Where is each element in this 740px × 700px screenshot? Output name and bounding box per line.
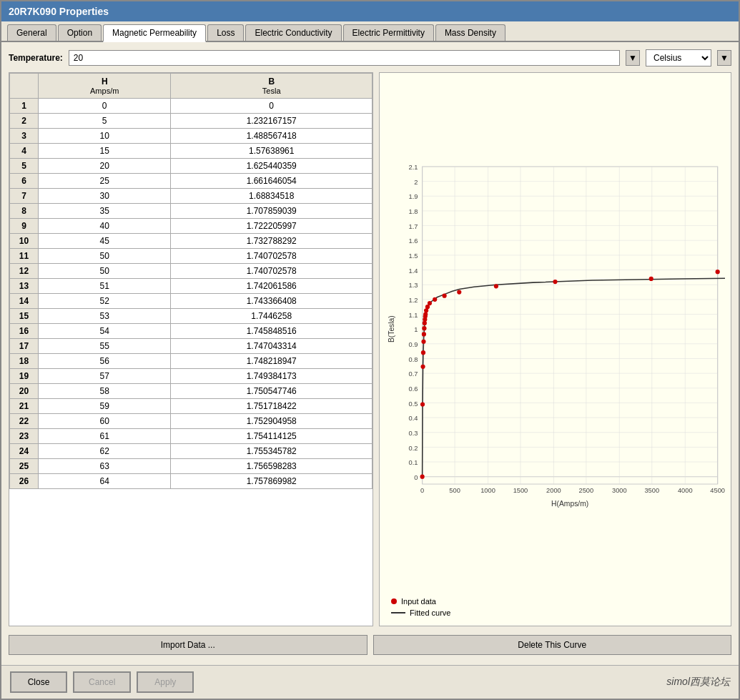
- b-value[interactable]: 1.722205997: [171, 219, 373, 234]
- b-value[interactable]: 1.750547746: [171, 384, 373, 399]
- table-row[interactable]: 18 56 1.748218947: [10, 354, 373, 369]
- h-value[interactable]: 45: [39, 234, 171, 249]
- h-value[interactable]: 60: [39, 414, 171, 429]
- tab-general[interactable]: General: [7, 24, 56, 41]
- h-value[interactable]: 55: [39, 339, 171, 354]
- h-value[interactable]: 40: [39, 219, 171, 234]
- table-row[interactable]: 20 58 1.750547746: [10, 384, 373, 399]
- b-value[interactable]: 1.745848516: [171, 324, 373, 339]
- table-row[interactable]: 24 62 1.755345782: [10, 444, 373, 459]
- b-value[interactable]: 0: [171, 99, 373, 114]
- tab-electric-conductivity[interactable]: Electric Conductivity: [245, 24, 341, 41]
- h-value[interactable]: 50: [39, 249, 171, 264]
- table-row[interactable]: 10 45 1.732788292: [10, 234, 373, 249]
- tab-mass-density[interactable]: Mass Density: [435, 24, 505, 41]
- b-value[interactable]: 1.57638961: [171, 144, 373, 159]
- svg-point-72: [422, 332, 426, 336]
- table-row[interactable]: 12 50 1.740702578: [10, 264, 373, 279]
- b-value[interactable]: 1.749384173: [171, 369, 373, 384]
- tab-electric-permittivity[interactable]: Electric Permittivity: [343, 24, 434, 41]
- b-value[interactable]: 1.743366408: [171, 294, 373, 309]
- table-row[interactable]: 13 51 1.742061586: [10, 279, 373, 294]
- b-value[interactable]: 1.748218947: [171, 354, 373, 369]
- svg-text:1.2: 1.2: [409, 297, 418, 304]
- h-value[interactable]: 25: [39, 174, 171, 189]
- h-value[interactable]: 62: [39, 444, 171, 459]
- temperature-input[interactable]: [69, 50, 620, 66]
- svg-point-79: [425, 305, 430, 309]
- h-value[interactable]: 54: [39, 324, 171, 339]
- h-value[interactable]: 15: [39, 144, 171, 159]
- b-value[interactable]: 1.756598283: [171, 459, 373, 474]
- table-row[interactable]: 3 10 1.488567418: [10, 129, 373, 144]
- table-row[interactable]: 15 53 1.7446258: [10, 309, 373, 324]
- b-value[interactable]: 1.732788292: [171, 234, 373, 249]
- h-value[interactable]: 59: [39, 399, 171, 414]
- b-value[interactable]: 1.747043314: [171, 339, 373, 354]
- h-value[interactable]: 50: [39, 264, 171, 279]
- tab-loss[interactable]: Loss: [207, 24, 244, 41]
- table-row[interactable]: 11 50 1.740702578: [10, 249, 373, 264]
- h-value[interactable]: 58: [39, 384, 171, 399]
- delete-curve-button[interactable]: Delete This Curve: [373, 635, 732, 655]
- tab-option[interactable]: Option: [58, 24, 102, 41]
- svg-text:0.9: 0.9: [409, 341, 418, 348]
- b-value[interactable]: 1.742061586: [171, 279, 373, 294]
- table-row[interactable]: 23 61 1.754114125: [10, 429, 373, 444]
- b-value[interactable]: 1.232167157: [171, 114, 373, 129]
- b-value[interactable]: 1.488567418: [171, 129, 373, 144]
- table-row[interactable]: 19 57 1.749384173: [10, 369, 373, 384]
- tab-magnetic-permeability[interactable]: Magnetic Permeability: [103, 24, 206, 42]
- h-value[interactable]: 63: [39, 459, 171, 474]
- content-area: Temperature: ▼ Celsius Kelvin Fahrenheit…: [1, 42, 739, 665]
- h-value[interactable]: 51: [39, 279, 171, 294]
- h-value[interactable]: 30: [39, 189, 171, 204]
- table-row[interactable]: 14 52 1.743366408: [10, 294, 373, 309]
- b-value[interactable]: 1.740702578: [171, 249, 373, 264]
- table-row[interactable]: 9 40 1.722205997: [10, 219, 373, 234]
- b-value[interactable]: 1.707859039: [171, 204, 373, 219]
- b-value[interactable]: 1.751718422: [171, 399, 373, 414]
- table-row[interactable]: 22 60 1.752904958: [10, 414, 373, 429]
- b-value[interactable]: 1.625440359: [171, 159, 373, 174]
- table-row[interactable]: 7 30 1.68834518: [10, 189, 373, 204]
- table-row[interactable]: 6 25 1.661646054: [10, 174, 373, 189]
- unit-select[interactable]: Celsius Kelvin Fahrenheit: [646, 49, 711, 66]
- table-row[interactable]: 25 63 1.756598283: [10, 459, 373, 474]
- b-value[interactable]: 1.757869982: [171, 474, 373, 489]
- h-value[interactable]: 52: [39, 294, 171, 309]
- table-row[interactable]: 21 59 1.751718422: [10, 399, 373, 414]
- table-row[interactable]: 26 64 1.757869982: [10, 474, 373, 489]
- unit-dropdown-arrow[interactable]: ▼: [717, 50, 731, 66]
- h-value[interactable]: 35: [39, 204, 171, 219]
- h-value[interactable]: 20: [39, 159, 171, 174]
- table-row[interactable]: 8 35 1.707859039: [10, 204, 373, 219]
- table-row[interactable]: 5 20 1.625440359: [10, 159, 373, 174]
- h-value[interactable]: 0: [39, 99, 171, 114]
- b-value[interactable]: 1.754114125: [171, 429, 373, 444]
- table-row[interactable]: 1 0 0: [10, 99, 373, 114]
- b-value[interactable]: 1.661646054: [171, 174, 373, 189]
- table-row[interactable]: 16 54 1.745848516: [10, 324, 373, 339]
- b-value[interactable]: 1.68834518: [171, 189, 373, 204]
- b-value[interactable]: 1.740702578: [171, 264, 373, 279]
- close-button[interactable]: Close: [10, 671, 67, 693]
- h-value[interactable]: 53: [39, 309, 171, 324]
- chart-svg: 0 0.1 0.2 0.3 0.4 0.5 0.6 0.7 0.8 0.9 1 …: [385, 79, 725, 594]
- cancel-button[interactable]: Cancel: [73, 671, 131, 693]
- h-value[interactable]: 64: [39, 474, 171, 489]
- h-value[interactable]: 5: [39, 114, 171, 129]
- h-value[interactable]: 61: [39, 429, 171, 444]
- h-value[interactable]: 10: [39, 129, 171, 144]
- apply-button[interactable]: Apply: [137, 671, 194, 693]
- table-row[interactable]: 2 5 1.232167157: [10, 114, 373, 129]
- b-value[interactable]: 1.755345782: [171, 444, 373, 459]
- h-value[interactable]: 56: [39, 354, 171, 369]
- temp-dropdown-arrow[interactable]: ▼: [626, 50, 640, 66]
- b-value[interactable]: 1.752904958: [171, 414, 373, 429]
- table-row[interactable]: 17 55 1.747043314: [10, 339, 373, 354]
- import-data-button[interactable]: Import Data ...: [9, 635, 367, 655]
- table-row[interactable]: 4 15 1.57638961: [10, 144, 373, 159]
- b-value[interactable]: 1.7446258: [171, 309, 373, 324]
- h-value[interactable]: 57: [39, 369, 171, 384]
